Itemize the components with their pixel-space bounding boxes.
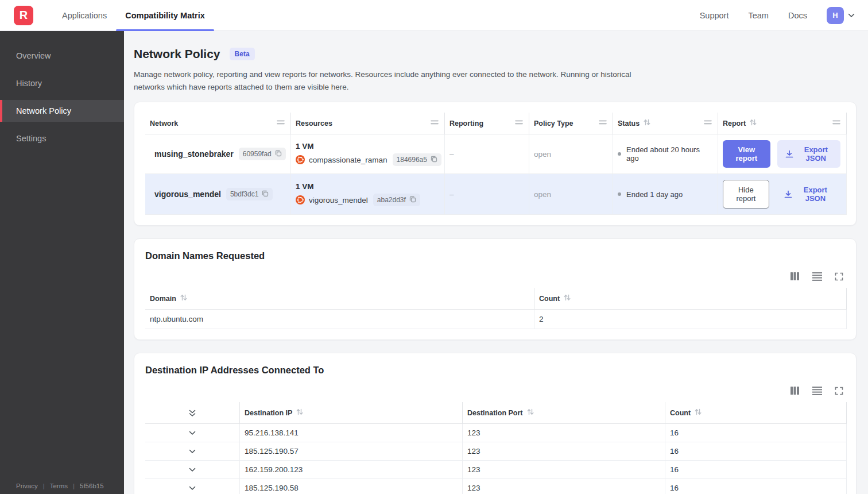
report-cell: View report Export JSON bbox=[718, 134, 847, 173]
col-report[interactable]: Report bbox=[718, 113, 847, 134]
resource-hash-badge[interactable]: 184696a5 bbox=[393, 153, 441, 166]
resources-cell: 1 VM compassionate_raman 184696a5 bbox=[291, 134, 445, 173]
sidebar-item-network-policy[interactable]: Network Policy bbox=[0, 100, 124, 122]
reporting-cell: – bbox=[445, 134, 529, 173]
hash-text: 5bdf3dc1 bbox=[230, 190, 258, 198]
resources-cell: 1 VM vigorous_mendel aba2dd3f bbox=[291, 174, 445, 214]
network-hash-badge[interactable]: 5bdf3dc1 bbox=[226, 188, 273, 200]
resource-hash-badge[interactable]: aba2dd3f bbox=[373, 194, 420, 206]
sidebar-item-settings[interactable]: Settings bbox=[0, 128, 124, 149]
col-count[interactable]: Count bbox=[534, 288, 847, 309]
vm-count: 1 VM bbox=[296, 142, 314, 150]
app-logo[interactable]: R bbox=[14, 6, 33, 25]
col-destination-ip[interactable]: Destination IP bbox=[240, 402, 463, 423]
sort-icon[interactable] bbox=[180, 294, 188, 303]
build-version: 5f56b15 bbox=[80, 483, 104, 489]
beta-badge: Beta bbox=[230, 48, 255, 60]
column-handle-icon[interactable] bbox=[431, 118, 439, 128]
col-status[interactable]: Status bbox=[613, 113, 718, 134]
sidebar-item-history[interactable]: History bbox=[0, 72, 124, 94]
column-handle-icon[interactable] bbox=[277, 118, 285, 128]
col-count[interactable]: Count bbox=[665, 402, 847, 423]
column-handle-icon[interactable] bbox=[832, 118, 840, 128]
sidebar-footer: Privacy | Terms | 5f56b15 bbox=[16, 483, 104, 489]
col-destination-port[interactable]: Destination Port bbox=[463, 402, 665, 423]
copy-icon[interactable] bbox=[409, 195, 416, 204]
destination-port-cell: 123 bbox=[463, 479, 665, 494]
count-cell: 16 bbox=[665, 442, 847, 460]
top-nav: R Applications Compatibility Matrix Supp… bbox=[0, 0, 868, 31]
view-report-button[interactable]: View report bbox=[723, 140, 770, 168]
count-cell: 16 bbox=[665, 479, 847, 494]
destination-port-cell: 123 bbox=[463, 424, 665, 442]
sort-icon[interactable] bbox=[296, 408, 304, 418]
columns-icon[interactable] bbox=[790, 386, 800, 395]
columns-icon[interactable] bbox=[790, 272, 800, 281]
domains-section-title: Domain Names Requested bbox=[145, 250, 847, 261]
count-cell: 2 bbox=[534, 310, 847, 329]
destination-row[interactable]: 95.216.138.141 123 16 bbox=[145, 424, 847, 442]
hide-report-button[interactable]: Hide report bbox=[723, 180, 769, 209]
domain-row[interactable]: ntp.ubuntu.com 2 bbox=[145, 310, 847, 329]
terms-link[interactable]: Terms bbox=[50, 483, 68, 489]
row-expand-icon[interactable] bbox=[145, 461, 240, 478]
destination-row[interactable]: 162.159.200.123 123 16 bbox=[145, 461, 847, 479]
copy-icon[interactable] bbox=[274, 149, 282, 159]
col-policy-type[interactable]: Policy Type bbox=[529, 113, 613, 134]
status-dot bbox=[618, 192, 621, 196]
copy-icon[interactable] bbox=[430, 155, 437, 164]
ubuntu-icon bbox=[296, 195, 305, 204]
privacy-link[interactable]: Privacy bbox=[16, 483, 38, 489]
col-destination-ip-label: Destination IP bbox=[245, 409, 292, 417]
network-row[interactable]: musing_stonebraker 60959fad 1 VM compass… bbox=[145, 134, 847, 174]
sort-icon[interactable] bbox=[563, 294, 571, 303]
sort-icon[interactable] bbox=[694, 408, 702, 418]
sort-icon[interactable] bbox=[526, 408, 534, 418]
avatar[interactable]: H bbox=[827, 7, 844, 24]
col-domain[interactable]: Domain bbox=[145, 288, 534, 309]
copy-icon[interactable] bbox=[261, 190, 269, 199]
resource-name: compassionate_raman bbox=[309, 156, 388, 164]
fullscreen-icon[interactable] bbox=[835, 272, 843, 281]
destination-row[interactable]: 185.125.190.58 123 16 bbox=[145, 479, 847, 494]
main-content: Network Policy Beta Manage network polic… bbox=[124, 31, 868, 494]
domains-table-header: Domain Count bbox=[145, 288, 847, 310]
table-toolbar bbox=[145, 386, 843, 395]
expand-all-icon[interactable] bbox=[145, 402, 240, 423]
export-json-button[interactable]: Export JSON bbox=[777, 140, 840, 168]
ubuntu-icon bbox=[296, 155, 305, 164]
sort-icon[interactable] bbox=[643, 118, 651, 128]
column-handle-icon[interactable] bbox=[704, 118, 712, 128]
column-handle-icon[interactable] bbox=[515, 118, 523, 128]
rows-density-icon[interactable] bbox=[812, 272, 822, 281]
primary-tabs: Applications Compatibility Matrix bbox=[53, 0, 214, 30]
policy-type-cell: open bbox=[529, 134, 613, 173]
sidebar-item-overview[interactable]: Overview bbox=[0, 45, 124, 67]
tab-applications[interactable]: Applications bbox=[53, 0, 116, 30]
col-resources[interactable]: Resources bbox=[291, 113, 445, 134]
col-reporting[interactable]: Reporting bbox=[445, 113, 529, 134]
sort-icon[interactable] bbox=[749, 118, 757, 128]
destination-row[interactable]: 185.125.190.57 123 16 bbox=[145, 442, 847, 461]
nav-link-docs[interactable]: Docs bbox=[788, 11, 807, 20]
network-name-cell: musing_stonebraker 60959fad bbox=[145, 134, 291, 173]
row-expand-icon[interactable] bbox=[145, 424, 240, 442]
user-menu[interactable]: H bbox=[827, 7, 855, 24]
policy-type-cell: open bbox=[529, 174, 613, 214]
destination-ip-cell: 162.159.200.123 bbox=[240, 461, 463, 478]
network-hash-badge[interactable]: 60959fad bbox=[239, 148, 286, 160]
rows-density-icon[interactable] bbox=[812, 386, 822, 395]
col-network[interactable]: Network bbox=[145, 113, 291, 134]
table-toolbar bbox=[145, 272, 843, 281]
row-expand-icon[interactable] bbox=[145, 479, 240, 494]
col-count-label: Count bbox=[539, 295, 560, 303]
row-expand-icon[interactable] bbox=[145, 442, 240, 460]
nav-link-team[interactable]: Team bbox=[748, 11, 768, 20]
export-json-button[interactable]: Export JSON bbox=[776, 180, 840, 208]
nav-link-support[interactable]: Support bbox=[700, 11, 729, 20]
network-row[interactable]: vigorous_mendel 5bdf3dc1 1 VM vigorous_m… bbox=[145, 174, 847, 215]
col-network-label: Network bbox=[150, 119, 178, 128]
column-handle-icon[interactable] bbox=[599, 118, 607, 128]
tab-compatibility-matrix[interactable]: Compatibility Matrix bbox=[116, 0, 214, 30]
fullscreen-icon[interactable] bbox=[835, 387, 843, 395]
